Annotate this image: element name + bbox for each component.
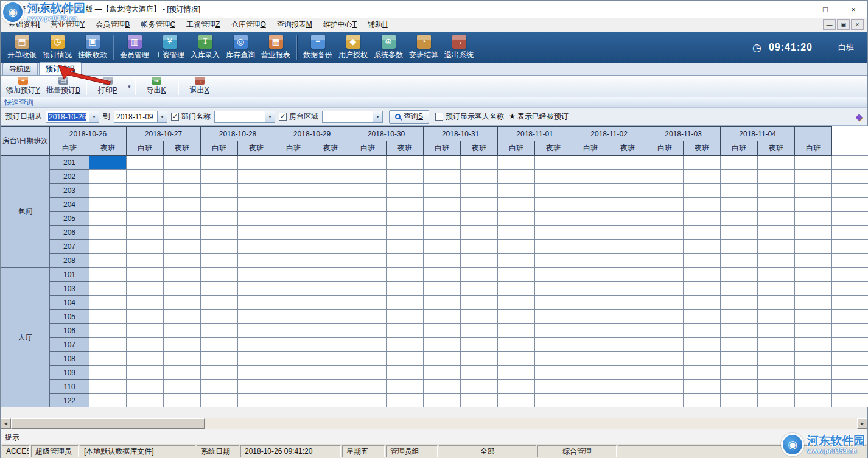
scrollbar-thumb[interactable] [11,418,205,429]
grid-slot-cell[interactable] [89,394,127,408]
grid-slot-cell[interactable] [646,324,684,338]
maximize-button[interactable]: □ [811,1,839,18]
grid-slot-cell[interactable] [238,296,275,310]
grid-slot-cell[interactable] [461,226,498,240]
toolbar-button-data-backup[interactable]: ≡数据备份 [300,33,335,62]
grid-slot-cell[interactable] [201,380,238,394]
grid-slot-cell[interactable] [535,212,572,226]
grid-slot-cell[interactable] [275,366,312,380]
chevron-down-icon[interactable]: ▼ [373,111,382,122]
grid-slot-cell[interactable] [572,254,609,268]
grid-slot-cell[interactable] [646,170,684,184]
grid-slot-cell[interactable] [572,366,609,380]
grid-slot-cell[interactable] [684,226,721,240]
grid-slot-cell[interactable] [387,324,424,338]
grid-slot-cell[interactable] [758,268,795,282]
grid-slot-cell[interactable] [461,212,498,226]
grid-slot-cell[interactable] [201,338,238,352]
toolbar-button-payroll-management[interactable]: ¥工资管理 [152,33,187,62]
grid-slot-cell[interactable] [461,156,498,170]
grid-slot-cell[interactable] [572,170,609,184]
grid-slot-cell[interactable] [275,268,312,282]
grid-slot-cell[interactable] [684,324,721,338]
toolbar-button-business-report[interactable]: ▦营业报表 [258,33,293,62]
grid-slot-cell[interactable] [312,212,349,226]
mdi-restore-button[interactable]: ▣ [837,19,850,30]
grid-slot-cell[interactable] [646,268,684,282]
grid-slot-cell[interactable] [424,226,461,240]
grid-slot-cell[interactable] [721,198,758,212]
grid-slot-cell[interactable] [795,324,832,338]
grid-slot-cell[interactable] [238,156,275,170]
grid-slot-cell[interactable] [721,226,758,240]
grid-slot-cell[interactable] [795,352,832,366]
grid-slot-cell[interactable] [498,324,535,338]
grid-slot-cell[interactable] [795,184,832,198]
grid-slot-cell[interactable] [795,380,832,394]
dept-name-select[interactable]: ▼ [214,111,275,123]
grid-slot-cell[interactable] [164,296,201,310]
grid-slot-cell[interactable] [312,156,349,170]
grid-slot-cell[interactable] [201,198,238,212]
grid-slot-cell[interactable] [461,170,498,184]
grid-slot-cell[interactable] [164,170,201,184]
grid-slot-cell[interactable] [684,170,721,184]
grid-slot-cell[interactable] [387,310,424,324]
grid-slot-cell[interactable] [127,366,164,380]
grid-slot-cell[interactable] [572,156,609,170]
grid-slot-cell[interactable] [424,268,461,282]
grid-slot-cell[interactable] [832,254,868,268]
grid-slot-cell[interactable] [832,394,868,408]
grid-slot-cell[interactable] [646,184,684,198]
grid-slot-cell[interactable] [684,198,721,212]
grid-slot-cell[interactable] [646,296,684,310]
grid-slot-cell[interactable] [609,198,646,212]
grid-slot-cell[interactable] [238,184,275,198]
grid-slot-cell[interactable] [795,254,832,268]
grid-slot-cell[interactable] [609,282,646,296]
scroll-right-button[interactable]: ► [857,418,867,429]
grid-slot-cell[interactable] [572,394,609,408]
grid-slot-cell[interactable] [461,310,498,324]
toolbar-button-stock-query[interactable]: ◎库存查询 [223,33,258,62]
grid-slot-cell[interactable] [461,394,498,408]
grid-slot-cell[interactable] [164,366,201,380]
grid-slot-cell[interactable] [89,268,127,282]
grid-slot-cell[interactable] [795,310,832,324]
grid-slot-cell[interactable] [498,184,535,198]
grid-slot-cell[interactable] [127,226,164,240]
grid-slot-cell[interactable] [238,268,275,282]
grid-slot-cell[interactable] [684,296,721,310]
grid-slot-cell[interactable] [349,198,387,212]
grid-slot-cell[interactable] [127,170,164,184]
horizontal-scrollbar[interactable]: ◄ ► [1,418,867,429]
grid-slot-cell[interactable] [572,352,609,366]
grid-slot-cell[interactable] [795,268,832,282]
grid-slot-cell[interactable] [609,268,646,282]
grid-slot-cell[interactable] [572,226,609,240]
grid-slot-cell[interactable] [535,310,572,324]
grid-slot-cell[interactable] [795,212,832,226]
grid-slot-cell[interactable] [312,310,349,324]
grid-slot-cell[interactable] [275,338,312,352]
grid-slot-cell[interactable] [89,310,127,324]
chevron-down-icon[interactable]: ▼ [265,111,275,122]
grid-slot-cell[interactable] [721,324,758,338]
grid-slot-cell[interactable] [646,352,684,366]
grid-slot-cell[interactable] [127,282,164,296]
grid-slot-cell[interactable] [275,394,312,408]
menu-item[interactable]: 会员管理B [90,18,135,32]
grid-slot-cell[interactable] [201,352,238,366]
grid-slot-cell[interactable] [721,352,758,366]
grid-slot-cell[interactable] [349,310,387,324]
close-button[interactable]: × [839,1,867,18]
grid-slot-cell[interactable] [535,254,572,268]
grid-slot-cell[interactable] [646,394,684,408]
grid-slot-cell[interactable] [795,156,832,170]
grid-slot-cell[interactable] [312,296,349,310]
grid-slot-cell[interactable] [349,394,387,408]
grid-slot-cell[interactable] [349,254,387,268]
tab-导航图[interactable]: 导航图 [2,63,38,75]
grid-slot-cell[interactable] [646,156,684,170]
grid-slot-cell[interactable] [349,338,387,352]
